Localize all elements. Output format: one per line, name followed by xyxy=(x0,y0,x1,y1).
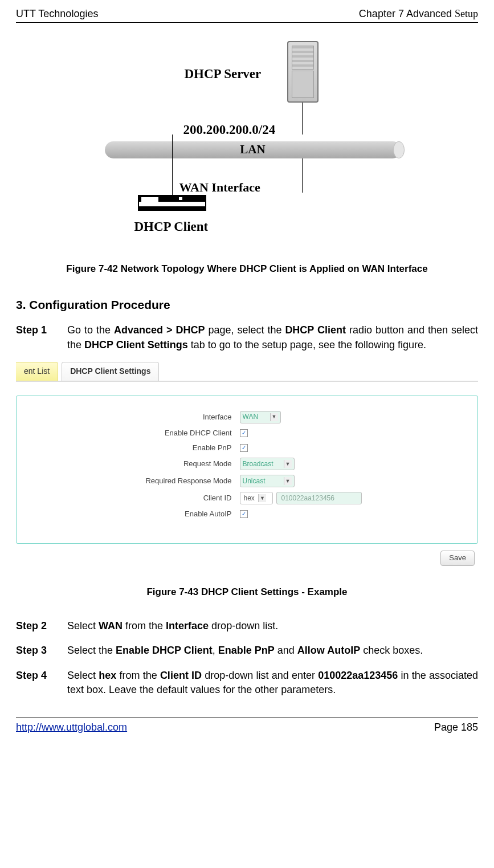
topology-diagram: DHCP Server 200.200.200.0/24 LAN WAN Int… xyxy=(88,34,407,239)
row-interface: Interface WAN ▼ xyxy=(28,411,466,423)
bold-text: Enable DHCP Client xyxy=(116,645,213,656)
step-body: Select hex from the Client ID drop-down … xyxy=(67,669,478,697)
bold-text: Allow AutoIP xyxy=(297,645,360,656)
request-mode-label: Request Mode xyxy=(84,459,232,469)
response-mode-label: Required Response Mode xyxy=(84,476,232,486)
tab-client-list-partial[interactable]: ent List xyxy=(16,362,58,381)
row-enable-dhcp-client: Enable DHCP Client ✓ xyxy=(28,428,466,438)
text: Select xyxy=(67,670,99,681)
step-number: Step 3 xyxy=(16,643,67,658)
enable-autoip-label: Enable AutoIP xyxy=(84,509,232,519)
page-header: UTT Technologies Chapter 7 Advanced Setu… xyxy=(16,7,478,23)
bold-text: Interface xyxy=(166,620,209,631)
text: Select xyxy=(67,620,99,631)
connector-line xyxy=(172,135,173,195)
section-heading: 3. Configuration Procedure xyxy=(16,296,478,313)
page-number: Page 185 xyxy=(434,720,478,735)
lan-bar: LAN xyxy=(105,141,401,158)
dhcp-client-label: DHCP Client xyxy=(134,218,209,236)
server-icon xyxy=(287,41,319,103)
bold-text: 010022aa123456 xyxy=(318,670,398,681)
bold-text: Enable PnP xyxy=(218,645,275,656)
chevron-down-icon: ▼ xyxy=(284,477,292,485)
step-2: Step 2 Select WAN from the Interface dro… xyxy=(16,619,478,633)
step-1: Step 1 Go to the Advanced > DHCP page, s… xyxy=(16,323,478,352)
vendor-name: UTT Technologies xyxy=(16,7,98,21)
step-number: Step 1 xyxy=(16,323,67,352)
select-value: Broadcast xyxy=(243,459,273,469)
select-value: WAN xyxy=(243,412,259,422)
text: from the xyxy=(116,670,160,681)
bold-text: DHCP Client xyxy=(285,324,346,336)
client-id-label: Client ID xyxy=(84,493,232,503)
row-client-id: Client ID hex ▼ 010022aa123456 xyxy=(28,492,466,504)
client-id-input[interactable]: 010022aa123456 xyxy=(276,492,362,504)
interface-label: Interface xyxy=(84,412,232,422)
bold-text: Advanced > DHCP xyxy=(114,324,205,336)
text: and xyxy=(275,645,297,656)
tab-row: ent List DHCP Client Settings xyxy=(16,362,478,382)
step-body: Go to the Advanced > DHCP page, select t… xyxy=(67,323,478,352)
connector-line xyxy=(302,103,303,135)
footer-link[interactable]: http://www.uttglobal.com xyxy=(16,720,127,735)
select-value: Unicast xyxy=(243,476,266,486)
response-mode-select[interactable]: Unicast ▼ xyxy=(240,475,295,487)
text: tab to go to the setup page, see the fol… xyxy=(188,339,426,351)
bold-text: WAN xyxy=(99,620,123,631)
bold-text: Client ID xyxy=(160,670,202,681)
text: drop-down list and enter xyxy=(202,670,318,681)
text: Select the xyxy=(67,645,116,656)
chapter-prefix: Chapter 7 Advanced xyxy=(359,8,455,19)
subnet-label: 200.200.200.0/24 xyxy=(183,121,276,139)
settings-form: Interface WAN ▼ Enable DHCP Client ✓ Ena… xyxy=(16,396,478,544)
row-response-mode: Required Response Mode Unicast ▼ xyxy=(28,475,466,487)
step-number: Step 4 xyxy=(16,669,67,697)
chapter-suffix: Setup xyxy=(455,8,478,19)
bold-text: DHCP Client Settings xyxy=(84,339,188,351)
chevron-down-icon: ▼ xyxy=(270,413,278,421)
bold-text: hex xyxy=(99,670,116,681)
page-footer: http://www.uttglobal.com Page 185 xyxy=(16,718,478,735)
select-value: hex xyxy=(244,494,255,503)
text: , xyxy=(213,645,218,656)
chevron-down-icon: ▼ xyxy=(284,460,292,468)
tab-dhcp-client-settings[interactable]: DHCP Client Settings xyxy=(62,362,159,381)
client-id-type-select[interactable]: hex ▼ xyxy=(240,492,273,504)
enable-pnp-label: Enable PnP xyxy=(84,443,232,453)
enable-dhcp-client-label: Enable DHCP Client xyxy=(84,428,232,438)
dhcp-server-label: DHCP Server xyxy=(185,65,262,83)
chapter-title: Chapter 7 Advanced Setup xyxy=(359,7,478,21)
connector-line xyxy=(302,158,303,193)
figure-caption-43: Figure 7-43 DHCP Client Settings - Examp… xyxy=(16,585,478,599)
lan-cap xyxy=(393,141,405,158)
enable-autoip-checkbox[interactable]: ✓ xyxy=(240,510,248,518)
step-3: Step 3 Select the Enable DHCP Client, En… xyxy=(16,643,478,658)
text: drop-down list. xyxy=(209,620,278,631)
text: from the xyxy=(123,620,166,631)
row-enable-pnp: Enable PnP ✓ xyxy=(28,443,466,453)
wan-interface-label: WAN Interface xyxy=(179,179,260,197)
step-body: Select the Enable DHCP Client, Enable Pn… xyxy=(67,643,478,658)
step-4: Step 4 Select hex from the Client ID dro… xyxy=(16,669,478,697)
step-body: Select WAN from the Interface drop-down … xyxy=(67,619,478,633)
lan-label: LAN xyxy=(240,141,265,158)
request-mode-select[interactable]: Broadcast ▼ xyxy=(240,458,295,470)
text: Go to the xyxy=(67,324,114,336)
step-number: Step 2 xyxy=(16,619,67,633)
interface-select[interactable]: WAN ▼ xyxy=(240,411,281,423)
router-icon xyxy=(138,202,206,207)
enable-dhcp-client-checkbox[interactable]: ✓ xyxy=(240,429,248,437)
enable-pnp-checkbox[interactable]: ✓ xyxy=(240,444,248,452)
save-row: Save xyxy=(16,551,478,565)
text: check boxes. xyxy=(360,645,423,656)
row-enable-autoip: Enable AutoIP ✓ xyxy=(28,509,466,519)
row-request-mode: Request Mode Broadcast ▼ xyxy=(28,458,466,470)
dhcp-client-settings-screenshot: ent List DHCP Client Settings Interface … xyxy=(16,362,478,566)
save-button[interactable]: Save xyxy=(440,551,475,565)
text: page, select the xyxy=(205,324,285,336)
chevron-down-icon: ▼ xyxy=(258,494,266,502)
figure-caption-42: Figure 7-42 Network Topology Where DHCP … xyxy=(16,262,478,276)
